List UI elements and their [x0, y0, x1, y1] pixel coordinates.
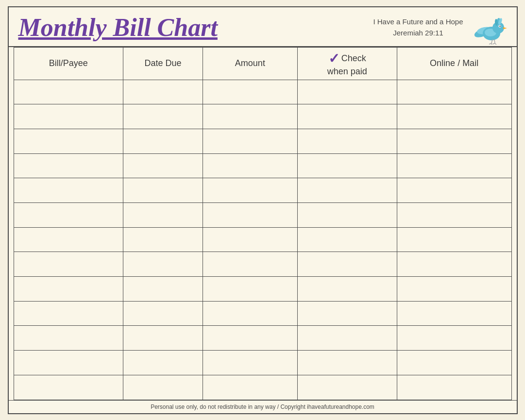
table-cell — [14, 351, 123, 375]
table-cell — [123, 104, 203, 129]
table-cell — [14, 326, 123, 351]
table-cell — [123, 351, 203, 375]
table-cell — [14, 178, 123, 203]
table-cell — [397, 129, 511, 153]
col-header-online: Online / Mail — [397, 47, 511, 80]
col-header-bill: Bill/Payee — [14, 47, 123, 80]
table-cell — [123, 277, 203, 302]
table-cell — [14, 104, 123, 129]
table-cell — [123, 202, 203, 227]
main-title: Monthly Bill Chart — [18, 14, 218, 41]
table-row — [14, 301, 511, 326]
table-cell — [297, 351, 397, 375]
table-row — [14, 80, 511, 104]
table-cell — [14, 252, 123, 277]
table-cell — [203, 178, 298, 203]
page-container: Monthly Bill Chart I Have a Future and a… — [8, 6, 518, 414]
table-cell — [397, 227, 511, 252]
footer: Personal use only, do not redistribute i… — [9, 400, 517, 413]
table-cell — [397, 202, 511, 227]
svg-line-15 — [492, 43, 495, 44]
table-cell — [203, 252, 298, 277]
table-cell — [123, 80, 203, 104]
table-row — [14, 202, 511, 227]
table-row — [14, 326, 511, 351]
table-row — [14, 129, 511, 153]
svg-line-12 — [494, 39, 495, 43]
table-row — [14, 351, 511, 375]
table-cell — [397, 375, 511, 400]
table-cell — [123, 326, 203, 351]
table-cell — [397, 80, 511, 104]
tagline-area: I Have a Future and a Hope Jeremiah 29:1… — [373, 17, 463, 38]
table-body — [14, 80, 511, 400]
svg-line-16 — [495, 43, 496, 45]
table-cell — [203, 129, 298, 153]
table-cell — [14, 301, 123, 326]
table-cell — [14, 153, 123, 178]
table-cell — [397, 104, 511, 129]
table-header-row: Bill/Payee Date Due Amount ✓ Check — [14, 47, 511, 80]
table-row — [14, 277, 511, 302]
table-cell — [14, 202, 123, 227]
table-cell — [297, 202, 397, 227]
table-cell — [203, 375, 298, 400]
table-cell — [123, 375, 203, 400]
table-cell — [203, 202, 298, 227]
table-row — [14, 178, 511, 203]
footer-text: Personal use only, do not redistribute i… — [151, 403, 374, 410]
table-cell — [297, 80, 397, 104]
col-header-amount: Amount — [203, 47, 298, 80]
table-cell — [203, 351, 298, 375]
table-cell — [14, 375, 123, 400]
table-cell — [203, 80, 298, 104]
header: Monthly Bill Chart I Have a Future and a… — [9, 7, 517, 47]
table-cell — [14, 277, 123, 302]
bill-chart-table: Bill/Payee Date Due Amount ✓ Check — [14, 47, 512, 400]
check-label-line1: Check — [341, 53, 366, 64]
table-cell — [14, 80, 123, 104]
check-label-line2: when paid — [327, 67, 367, 77]
table-cell — [297, 227, 397, 252]
table-cell — [397, 153, 511, 178]
table-wrapper: Bill/Payee Date Due Amount ✓ Check — [9, 47, 517, 400]
table-row — [14, 227, 511, 252]
table-cell — [14, 227, 123, 252]
table-cell — [297, 375, 397, 400]
bird-icon — [473, 13, 507, 42]
table-cell — [397, 277, 511, 302]
table-cell — [297, 104, 397, 129]
title-area: Monthly Bill Chart — [18, 14, 218, 41]
table-row — [14, 252, 511, 277]
table-cell — [203, 104, 298, 129]
table-row — [14, 104, 511, 129]
table-cell — [397, 351, 511, 375]
svg-marker-7 — [503, 27, 507, 29]
table-cell — [297, 301, 397, 326]
table-cell — [297, 252, 397, 277]
checkmark-symbol: ✓ — [328, 50, 339, 67]
header-right: I Have a Future and a Hope Jeremiah 29:1… — [373, 13, 507, 42]
table-cell — [203, 277, 298, 302]
table-cell — [123, 178, 203, 203]
col-header-date: Date Due — [123, 47, 203, 80]
table-row — [14, 375, 511, 400]
table-cell — [14, 129, 123, 153]
table-cell — [123, 129, 203, 153]
table-cell — [123, 227, 203, 252]
table-cell — [123, 252, 203, 277]
table-row — [14, 153, 511, 178]
table-cell — [397, 326, 511, 351]
table-cell — [203, 153, 298, 178]
table-cell — [203, 326, 298, 351]
col-header-check: ✓ Check when paid — [297, 47, 397, 80]
table-cell — [397, 178, 511, 203]
svg-point-6 — [499, 25, 500, 26]
table-cell — [297, 153, 397, 178]
table-cell — [123, 153, 203, 178]
table-cell — [397, 252, 511, 277]
table-cell — [123, 301, 203, 326]
table-cell — [297, 277, 397, 302]
table-cell — [297, 326, 397, 351]
table-cell — [397, 301, 511, 326]
